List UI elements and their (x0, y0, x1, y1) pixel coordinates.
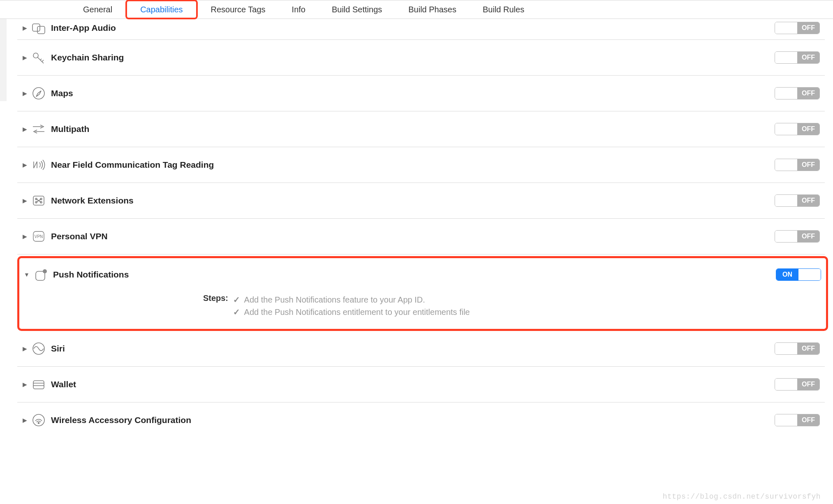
capability-row-nfc: ▶ Near Field Communication Tag Reading O… (17, 147, 825, 183)
vpn-icon: VPN (30, 228, 47, 245)
disclosure-triangle-icon[interactable]: ▶ (21, 54, 29, 61)
wireless-icon (30, 412, 47, 428)
disclosure-triangle-icon[interactable]: ▶ (21, 126, 29, 132)
disclosure-triangle-icon[interactable]: ▶ (21, 345, 29, 352)
nfc-icon (30, 157, 47, 173)
tab-general[interactable]: General (70, 0, 125, 18)
capability-label: Network Extensions (51, 196, 134, 206)
checkmark-icon: ✓ (233, 307, 240, 317)
svg-rect-1 (37, 26, 45, 34)
disclosure-triangle-icon[interactable]: ▶ (21, 417, 29, 423)
steps-label: Steps: (195, 294, 228, 303)
svg-rect-0 (32, 24, 40, 31)
capability-label: Multipath (51, 124, 89, 134)
network-extensions-icon (30, 192, 47, 209)
toggle-network-extensions[interactable]: OFF (775, 194, 820, 207)
toggle-wallet[interactable]: OFF (775, 378, 820, 391)
capability-row-personal-vpn: ▶ VPN Personal VPN OFF (17, 219, 825, 254)
capability-row-push-notifications: ▼ Push Notifications ON Steps: ✓Add the … (17, 256, 828, 331)
svg-text:VPN: VPN (35, 234, 43, 239)
capability-label: Wallet (51, 379, 76, 389)
siri-icon (30, 340, 47, 357)
capability-label: Near Field Communication Tag Reading (51, 160, 214, 170)
capability-label: Personal VPN (51, 231, 108, 241)
toggle-nfc[interactable]: OFF (775, 159, 820, 171)
tab-build-phases[interactable]: Build Phases (395, 0, 470, 18)
toggle-personal-vpn[interactable]: OFF (775, 230, 820, 243)
disclosure-triangle-icon[interactable]: ▶ (21, 90, 29, 97)
capability-label: Inter-App Audio (51, 23, 116, 33)
disclosure-triangle-icon[interactable]: ▶ (21, 233, 29, 240)
tab-build-rules[interactable]: Build Rules (470, 0, 537, 18)
disclosure-triangle-icon[interactable]: ▶ (21, 162, 29, 168)
step-text: Add the Push Notifications feature to yo… (244, 295, 425, 304)
capability-label: Keychain Sharing (51, 53, 124, 62)
svg-point-15 (33, 414, 44, 426)
multipath-icon (30, 121, 47, 137)
toggle-siri[interactable]: OFF (775, 342, 820, 355)
capability-row-maps: ▶ Maps OFF (17, 76, 825, 111)
toggle-push-notifications[interactable]: ON (776, 268, 821, 281)
disclosure-triangle-icon[interactable]: ▶ (21, 381, 29, 388)
tab-capabilities[interactable]: Capabilities (125, 0, 197, 19)
tab-info[interactable]: Info (279, 0, 319, 18)
tab-resource-tags[interactable]: Resource Tags (198, 0, 279, 18)
capability-row-wireless-accessory: ▶ Wireless Accessory Configuration OFF (17, 402, 825, 438)
capability-row-keychain-sharing: ▶ Keychain Sharing OFF (17, 40, 825, 76)
tab-build-settings[interactable]: Build Settings (319, 0, 395, 18)
svg-point-12 (43, 269, 47, 273)
step-text: Add the Push Notifications entitlement t… (244, 307, 470, 317)
capability-label: Siri (51, 344, 65, 354)
capability-label: Maps (51, 88, 73, 98)
capabilities-list: ▶ Inter-App Audio OFF ▶ Keychain Sha (0, 19, 833, 438)
key-icon (30, 49, 47, 66)
capability-row-siri: ▶ Siri OFF (17, 331, 825, 367)
disclosure-triangle-icon[interactable]: ▶ (21, 25, 29, 31)
svg-point-3 (33, 88, 44, 99)
tab-bar: General Capabilities Resource Tags Info … (0, 0, 833, 19)
disclosure-triangle-open-icon[interactable]: ▼ (23, 271, 31, 278)
compass-icon (30, 85, 47, 102)
left-gutter (0, 19, 7, 101)
toggle-maps[interactable]: OFF (775, 87, 820, 99)
checkmark-icon: ✓ (233, 295, 240, 304)
inter-app-audio-icon (30, 20, 47, 36)
capability-row-network-extensions: ▶ Network Extensions OFF (17, 183, 825, 219)
toggle-inter-app-audio[interactable]: OFF (775, 22, 820, 34)
disclosure-triangle-icon[interactable]: ▶ (21, 197, 29, 204)
toggle-wireless-accessory[interactable]: OFF (775, 414, 820, 426)
capability-label: Wireless Accessory Configuration (51, 415, 191, 425)
svg-point-16 (38, 423, 39, 424)
push-steps: Steps: ✓Add the Push Notifications featu… (195, 294, 821, 318)
wallet-icon (30, 376, 47, 393)
capability-row-multipath: ▶ Multipath OFF (17, 111, 825, 147)
capability-label: Push Notifications (53, 270, 129, 280)
capability-row-inter-app-audio: ▶ Inter-App Audio OFF (17, 19, 825, 40)
svg-rect-14 (33, 381, 44, 389)
toggle-multipath[interactable]: OFF (775, 123, 820, 135)
toggle-keychain-sharing[interactable]: OFF (775, 51, 820, 64)
push-notification-icon (32, 266, 49, 283)
capability-row-wallet: ▶ Wallet OFF (17, 367, 825, 402)
